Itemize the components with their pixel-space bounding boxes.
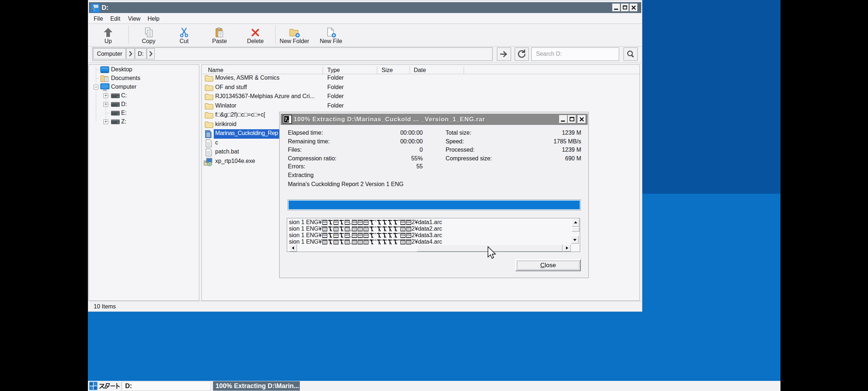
svg-text:7: 7 — [285, 117, 287, 122]
svg-text:z: z — [287, 119, 289, 123]
